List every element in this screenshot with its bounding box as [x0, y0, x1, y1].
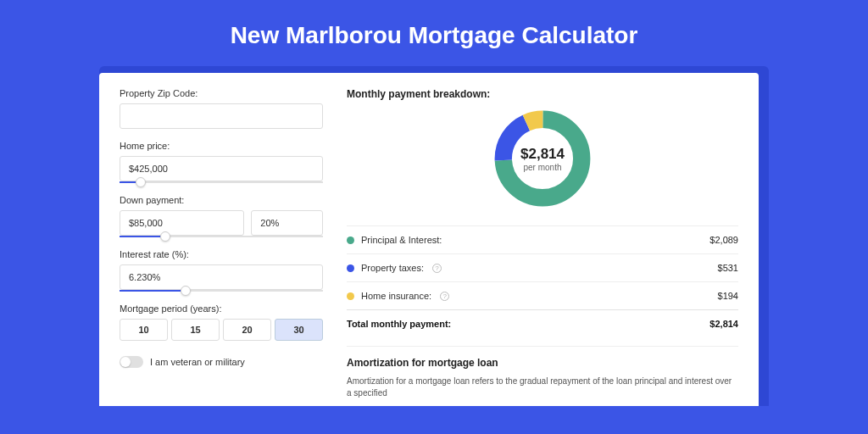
- legend-insurance: Home insurance: ? $194: [347, 281, 738, 309]
- dot-icon: [347, 236, 354, 244]
- period-20-button[interactable]: 20: [223, 319, 271, 341]
- zip-label: Property Zip Code:: [120, 88, 323, 98]
- breakdown-column: Monthly payment breakdown: $2,814 per mo…: [347, 88, 738, 399]
- page-title: New Marlborou Mortgage Calculator: [0, 0, 868, 66]
- period-15-button[interactable]: 15: [171, 319, 220, 341]
- veteran-label: I am veteran or military: [150, 357, 245, 367]
- legend-total: Total monthly payment: $2,814: [347, 309, 738, 337]
- legend-label-insurance: Home insurance:: [361, 291, 431, 301]
- dot-icon: [347, 264, 354, 272]
- calculator-card: Property Zip Code: Home price: Down paym…: [99, 73, 759, 406]
- slider-thumb-icon[interactable]: [160, 231, 170, 242]
- amortization-heading: Amortization for mortgage loan: [347, 357, 738, 369]
- amortization-text: Amortization for a mortgage loan refers …: [347, 376, 738, 399]
- period-label: Mortgage period (years):: [120, 303, 323, 314]
- down-pct-input[interactable]: [251, 210, 323, 236]
- legend-principal: Principal & Interest: $2,089: [347, 225, 738, 253]
- rate-input[interactable]: [120, 264, 323, 290]
- info-icon[interactable]: ?: [432, 264, 442, 273]
- slider-thumb-icon[interactable]: [136, 177, 146, 187]
- down-slider[interactable]: [120, 236, 323, 237]
- form-column: Property Zip Code: Home price: Down paym…: [120, 88, 323, 399]
- legend-value-principal: $2,089: [709, 235, 738, 245]
- toggle-knob-icon: [120, 357, 131, 367]
- price-input[interactable]: [120, 156, 323, 181]
- down-field: Down payment:: [120, 195, 323, 237]
- price-field: Home price:: [120, 141, 323, 183]
- donut-center-amount: $2,814: [520, 146, 565, 163]
- donut-center-sub: per month: [523, 163, 561, 172]
- legend-label-principal: Principal & Interest:: [361, 235, 442, 245]
- donut-chart-wrap: $2,814 per month: [347, 107, 738, 210]
- zip-field: Property Zip Code:: [120, 88, 323, 129]
- veteran-row: I am veteran or military: [120, 356, 323, 368]
- zip-input[interactable]: [120, 103, 323, 129]
- period-field: Mortgage period (years): 10 15 20 30: [120, 303, 323, 341]
- rate-slider[interactable]: [120, 290, 323, 292]
- price-label: Home price:: [120, 141, 323, 151]
- legend-value-insurance: $194: [718, 291, 738, 301]
- legend-label-taxes: Property taxes:: [361, 263, 424, 273]
- rate-field: Interest rate (%):: [120, 249, 323, 292]
- down-amount-input[interactable]: [120, 210, 244, 236]
- amortization-section: Amortization for mortgage loan Amortizat…: [347, 346, 738, 399]
- rate-label: Interest rate (%):: [120, 249, 323, 259]
- dot-icon: [347, 292, 354, 300]
- slider-thumb-icon[interactable]: [181, 286, 191, 296]
- price-slider[interactable]: [120, 181, 323, 183]
- breakdown-heading: Monthly payment breakdown:: [347, 88, 738, 100]
- legend-label-total: Total monthly payment:: [347, 319, 451, 329]
- legend-value-taxes: $531: [718, 263, 738, 273]
- period-30-button[interactable]: 30: [275, 319, 323, 341]
- period-10-button[interactable]: 10: [120, 319, 168, 341]
- legend-value-total: $2,814: [709, 319, 738, 329]
- legend-taxes: Property taxes: ? $531: [347, 253, 738, 281]
- down-label: Down payment:: [120, 195, 323, 205]
- card-shadow: Property Zip Code: Home price: Down paym…: [99, 66, 769, 406]
- info-icon[interactable]: ?: [440, 292, 449, 301]
- veteran-toggle[interactable]: [120, 356, 143, 368]
- donut-chart: $2,814 per month: [491, 107, 594, 210]
